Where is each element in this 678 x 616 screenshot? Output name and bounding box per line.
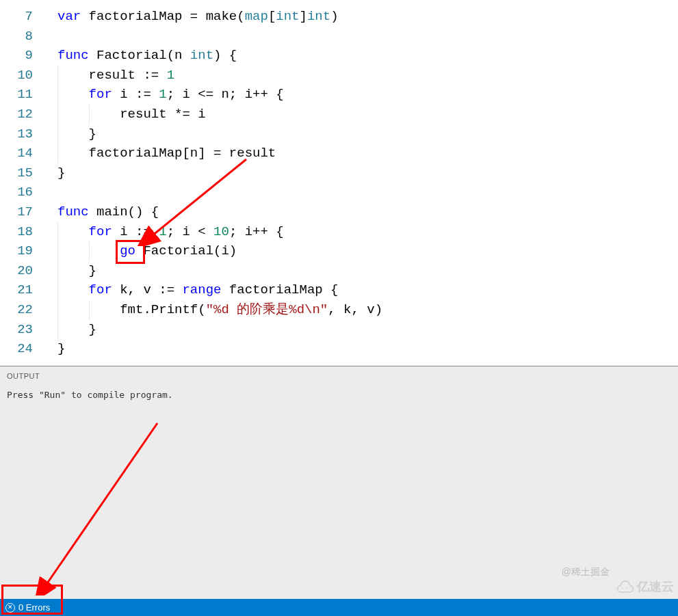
line-number: 24 bbox=[0, 339, 33, 359]
line-number-gutter: 789101112131415161718192021222324 bbox=[0, 0, 42, 366]
errors-status-item[interactable]: ✕ 0 Errors bbox=[5, 602, 50, 613]
line-number: 15 bbox=[0, 163, 33, 183]
code-line[interactable]: for i := 1; i <= n; i++ { bbox=[57, 85, 678, 105]
svg-point-4 bbox=[622, 587, 623, 589]
line-number: 11 bbox=[0, 85, 33, 105]
code-editor[interactable]: 789101112131415161718192021222324 var fa… bbox=[0, 0, 678, 366]
code-line[interactable]: } bbox=[57, 320, 678, 340]
line-number: 14 bbox=[0, 144, 33, 163]
errors-count-label: 0 Errors bbox=[18, 602, 50, 613]
line-number: 10 bbox=[0, 66, 33, 85]
line-number: 18 bbox=[0, 222, 33, 242]
error-icon: ✕ bbox=[5, 603, 15, 613]
code-line[interactable]: result := 1 bbox=[57, 66, 678, 85]
svg-point-5 bbox=[626, 587, 627, 589]
line-number: 19 bbox=[0, 241, 33, 261]
line-number: 12 bbox=[0, 105, 33, 124]
line-number: 9 bbox=[0, 46, 33, 66]
line-number: 22 bbox=[0, 300, 33, 320]
output-message: Press "Run" to compile program. bbox=[7, 390, 671, 400]
code-line[interactable]: } bbox=[57, 261, 678, 281]
line-number: 23 bbox=[0, 320, 33, 340]
line-number: 13 bbox=[0, 124, 33, 144]
line-number: 7 bbox=[0, 7, 33, 27]
code-line[interactable]: } bbox=[57, 339, 678, 359]
line-number: 21 bbox=[0, 280, 33, 300]
watermark-yisu: 亿速云 bbox=[616, 578, 674, 595]
code-line[interactable]: func main() { bbox=[57, 202, 678, 222]
line-number: 8 bbox=[0, 27, 33, 46]
code-line[interactable] bbox=[57, 27, 678, 46]
code-content[interactable]: var factorialMap = make(map[int]int)func… bbox=[42, 0, 678, 366]
code-line[interactable]: for k, v := range factorialMap { bbox=[57, 280, 678, 300]
line-number: 16 bbox=[0, 183, 33, 202]
code-line[interactable]: } bbox=[57, 124, 678, 144]
code-line[interactable]: } bbox=[57, 163, 678, 183]
code-line[interactable]: var factorialMap = make(map[int]int) bbox=[57, 7, 678, 27]
annotation-arrow-to-errors bbox=[31, 418, 168, 595]
watermark-juejin: @稀土掘金 bbox=[562, 566, 610, 578]
watermark-yisu-text: 亿速云 bbox=[637, 578, 674, 595]
code-line[interactable]: go Factorial(i) bbox=[57, 241, 678, 261]
code-line[interactable] bbox=[57, 183, 678, 202]
cloud-icon bbox=[616, 580, 634, 593]
line-number: 20 bbox=[0, 261, 33, 281]
code-line[interactable]: func Factorial(n int) { bbox=[57, 46, 678, 66]
status-bar[interactable]: ✕ 0 Errors bbox=[0, 599, 678, 616]
svg-line-3 bbox=[46, 423, 157, 585]
output-panel-title: OUTPUT bbox=[7, 372, 671, 380]
output-panel: OUTPUT Press "Run" to compile program. @… bbox=[0, 366, 678, 599]
code-line[interactable]: result *= i bbox=[57, 105, 678, 124]
code-line[interactable]: for i := 1; i < 10; i++ { bbox=[57, 222, 678, 242]
line-number: 17 bbox=[0, 202, 33, 222]
code-line[interactable]: factorialMap[n] = result bbox=[57, 144, 678, 163]
code-line[interactable]: fmt.Printf("%d 的阶乘是%d\n", k, v) bbox=[57, 300, 678, 320]
